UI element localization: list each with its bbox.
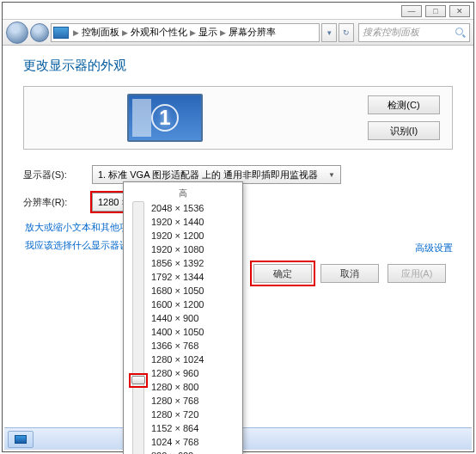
chevron-right-icon: ▶ <box>70 28 82 37</box>
monitor-preview: 1 检测(C) 识别(I) <box>23 86 453 150</box>
search-placeholder: 搜索控制面板 <box>363 26 455 39</box>
breadcrumb-item[interactable]: 控制面板 <box>82 26 119 39</box>
refresh-button[interactable]: ↻ <box>339 23 354 42</box>
nav-bar: ▶ 控制面板 ▶ 外观和个性化 ▶ 显示 ▶ 屏幕分辨率 ▾ ↻ 搜索控制面板 <box>3 20 473 46</box>
resolution-option[interactable]: 1400 × 1050 <box>150 325 205 339</box>
resolution-option[interactable]: 1366 × 768 <box>150 339 205 353</box>
resolution-option[interactable]: 2048 × 1536 <box>150 201 205 215</box>
resolution-option[interactable]: 1280 × 720 <box>150 408 205 421</box>
close-button[interactable]: ✕ <box>449 5 470 17</box>
resolution-option[interactable]: 1600 × 1200 <box>150 298 205 311</box>
resolution-list: 2048 × 15361920 × 14401920 × 12001920 × … <box>150 201 205 454</box>
chevron-right-icon: ▶ <box>187 28 198 37</box>
cancel-button[interactable]: 取消 <box>320 264 379 283</box>
resolution-option[interactable]: 800 × 600 <box>150 449 205 454</box>
resolution-option[interactable]: 1920 × 1080 <box>150 242 205 256</box>
ok-button[interactable]: 确定 <box>253 264 312 283</box>
breadcrumb-item[interactable]: 外观和个性化 <box>131 26 187 39</box>
back-button[interactable] <box>6 21 28 44</box>
chevron-down-icon: ▼ <box>328 171 335 179</box>
slider-handle[interactable] <box>131 376 145 384</box>
resolution-option[interactable]: 1920 × 1440 <box>150 215 205 229</box>
computer-icon <box>53 27 69 39</box>
slider-high-label: 高 <box>127 187 239 199</box>
resolution-option[interactable]: 1440 × 900 <box>150 311 205 325</box>
minimize-button[interactable]: — <box>401 5 422 17</box>
resolution-option[interactable]: 1152 × 864 <box>150 421 205 435</box>
resolution-option[interactable]: 1280 × 800 <box>150 380 205 394</box>
breadcrumb[interactable]: ▶ 控制面板 ▶ 外观和个性化 ▶ 显示 ▶ 屏幕分辨率 <box>51 23 320 42</box>
monitor-thumbnail[interactable]: 1 <box>127 94 203 142</box>
search-icon <box>455 28 466 38</box>
detect-button[interactable]: 检测(C) <box>368 95 440 114</box>
title-bar: — □ ✕ <box>3 3 473 20</box>
advanced-settings-link[interactable]: 高级设置 <box>415 242 453 253</box>
forward-button[interactable] <box>30 23 49 42</box>
identify-button[interactable]: 识别(I) <box>368 121 440 140</box>
resolution-option[interactable]: 1280 × 768 <box>150 394 205 408</box>
search-input[interactable]: 搜索控制面板 <box>358 23 470 42</box>
breadcrumb-item[interactable]: 屏幕分辨率 <box>229 26 276 39</box>
chevron-right-icon: ▶ <box>119 28 131 37</box>
resolution-option[interactable]: 1280 × 960 <box>150 366 205 380</box>
resolution-option[interactable]: 1680 × 1050 <box>150 284 205 298</box>
resolution-option[interactable]: 1024 × 768 <box>150 435 205 449</box>
resolution-label: 分辨率(R): <box>23 196 92 209</box>
resolution-option[interactable]: 1920 × 1200 <box>150 229 205 242</box>
resolution-popup: 高 2048 × 15361920 × 14401920 × 12001920 … <box>123 181 243 454</box>
breadcrumb-item[interactable]: 显示 <box>198 26 217 39</box>
apply-button: 应用(A) <box>388 264 446 283</box>
display-value: 1. 标准 VGA 图形适配器 上的 通用非即插即用监视器 <box>98 169 318 181</box>
resolution-slider[interactable] <box>132 201 144 454</box>
resolution-option[interactable]: 1280 × 1024 <box>150 353 205 366</box>
resolution-option[interactable]: 1856 × 1392 <box>150 256 205 270</box>
resolution-option[interactable]: 1792 × 1344 <box>150 270 205 284</box>
maximize-button[interactable]: □ <box>425 5 446 17</box>
display-label: 显示器(S): <box>23 169 92 181</box>
breadcrumb-dropdown[interactable]: ▾ <box>321 23 337 42</box>
highlight-marker: 确定 <box>250 261 315 286</box>
taskbar-app-icon[interactable] <box>8 431 34 448</box>
page-title: 更改显示器的外观 <box>23 58 453 74</box>
monitor-number: 1 <box>151 104 179 132</box>
chevron-right-icon: ▶ <box>217 28 229 37</box>
